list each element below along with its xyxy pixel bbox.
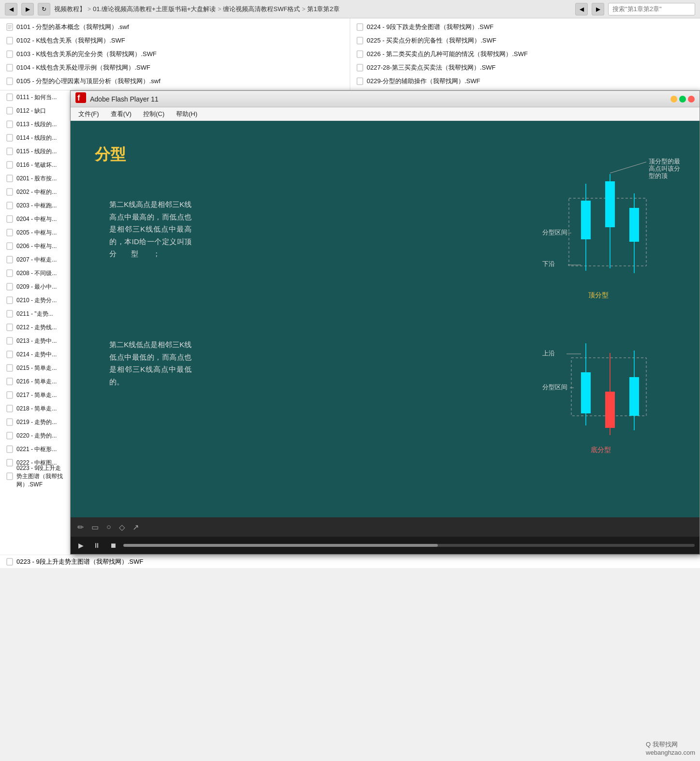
list-item[interactable]: 0221 - 中枢形...: [0, 442, 70, 456]
close-button[interactable]: [688, 96, 695, 102]
list-item[interactable]: 0217 - 简单走...: [0, 388, 70, 402]
list-item[interactable]: 0219 - 走势的...: [0, 415, 70, 429]
list-item[interactable]: 0220 - 走势的...: [0, 429, 70, 442]
svg-rect-9: [357, 37, 363, 44]
content-text-top: 第二K线高点是相邻三K线高点中最高的，而低点也是相邻三K线低点中最高的，本ID给…: [109, 198, 192, 260]
file-name: 0229-分型的辅助操作（我帮找网）.SWF: [367, 77, 480, 86]
svg-rect-40: [7, 459, 13, 466]
list-item[interactable]: 0207 - 中枢走...: [0, 253, 70, 266]
svg-rect-38: [7, 432, 13, 439]
svg-rect-23: [7, 229, 13, 236]
list-item[interactable]: 0103 - K线包含关系的完全分类（我帮找网）.SWF: [0, 47, 350, 61]
nav-next-button[interactable]: ▶: [592, 3, 604, 15]
menu-control[interactable]: 控制(C): [138, 108, 169, 120]
svg-rect-5: [7, 51, 13, 58]
svg-rect-13: [7, 94, 13, 101]
svg-rect-12: [357, 78, 363, 85]
search-input[interactable]: [608, 3, 695, 15]
list-item[interactable]: 0227-28-第三买卖点买卖法（我帮找网）.SWF: [350, 61, 700, 74]
list-item[interactable]: 0206 - 中枢与...: [0, 239, 70, 253]
svg-text:分型区间: 分型区间: [542, 229, 567, 236]
diamond-icon[interactable]: ◇: [117, 521, 127, 534]
file-name: 0103 - K线包含关系的完全分类（我帮找网）.SWF: [16, 50, 157, 59]
menu-view[interactable]: 查看(V): [106, 108, 136, 120]
list-item[interactable]: 0211 - "走势...: [0, 307, 70, 321]
menu-help[interactable]: 帮助(H): [171, 108, 202, 120]
list-item[interactable]: 0205 - 中枢与...: [0, 226, 70, 239]
candle-3: [629, 208, 639, 242]
file-name: 0224 - 9段下跌走势全图谱（我帮找网）.SWF: [367, 23, 493, 31]
svg-rect-36: [7, 405, 13, 412]
svg-rect-25: [7, 256, 13, 263]
file-name: 0225 - 买卖点分析的完备性（我帮找网）.SWF: [367, 36, 496, 45]
list-item[interactable]: 0202 - 中枢的...: [0, 185, 70, 199]
list-item[interactable]: 0101 - 分型的基本概念（我帮找网）.swf: [0, 20, 350, 34]
list-item[interactable]: 0208 - 不同级...: [0, 266, 70, 280]
list-item[interactable]: 0218 - 简单走...: [0, 402, 70, 415]
file-list-top: 0101 - 分型的基本概念（我帮找网）.swf 0102 - K线包含关系（我…: [0, 18, 700, 90]
svg-rect-14: [7, 107, 13, 114]
list-item[interactable]: 0226 - 第二类买卖点的几种可能的情况（我帮找网）.SWF: [350, 47, 700, 61]
list-item[interactable]: 0111 - 如何当...: [0, 90, 70, 104]
svg-text:f: f: [77, 94, 80, 102]
list-item[interactable]: 0216 - 简单走...: [0, 375, 70, 388]
list-item[interactable]: 0209 - 最小中...: [0, 280, 70, 293]
svg-rect-33: [7, 365, 13, 371]
nav-prev-button[interactable]: ◀: [575, 3, 588, 15]
list-item[interactable]: 0201 - 股市按...: [0, 172, 70, 185]
list-item[interactable]: 0214 - 走势中...: [0, 348, 70, 361]
svg-text:型的顶: 型的顶: [649, 172, 668, 179]
svg-text:顶分型: 顶分型: [588, 291, 609, 299]
svg-text:上沿: 上沿: [542, 350, 555, 357]
file-name: 0104 - K线包含关系处理示例（我帮找网）.SWF: [16, 63, 150, 72]
bottom-chart: 上沿 分型区间 底: [516, 329, 690, 474]
play-button[interactable]: ▶: [75, 540, 87, 551]
file-name: 0105 - 分型的心理因素与顶层分析（我帮找网）.swf: [16, 77, 161, 86]
list-item[interactable]: 0225 - 买卖点分析的完备性（我帮找网）.SWF: [350, 34, 700, 47]
list-item[interactable]: 0223 - 9段上升走势主图谱（我帮找网）.SWF: [0, 469, 70, 483]
flash-titlebar: f Adobe Flash Player 11: [71, 91, 700, 107]
svg-rect-62: [605, 392, 615, 428]
menu-file[interactable]: 文件(F): [74, 108, 104, 120]
svg-line-47: [610, 162, 646, 173]
list-item[interactable]: 0105 - 分型的心理因素与顶层分析（我帮找网）.swf: [0, 74, 350, 88]
file-column-right: 0224 - 9段下跌走势全图谱（我帮找网）.SWF 0225 - 买卖点分析的…: [350, 18, 700, 90]
list-item[interactable]: 0104 - K线包含关系处理示例（我帮找网）.SWF: [0, 61, 350, 74]
progress-bar[interactable]: [123, 544, 695, 547]
list-item[interactable]: 0229-分型的辅助操作（我帮找网）.SWF: [350, 74, 700, 88]
list-item[interactable]: 0102 - K线包含关系（我帮找网）.SWF: [0, 34, 350, 47]
oval-icon[interactable]: ○: [104, 521, 113, 533]
sep3: >: [302, 6, 305, 13]
list-item[interactable]: 0203 - 中枢跑...: [0, 199, 70, 212]
file-list-left: 0111 - 如何当... 0112 - 缺口 0113 - 线段的... 01…: [0, 90, 70, 555]
arrow-icon[interactable]: ↗: [131, 521, 141, 534]
svg-text:顶分型的最: 顶分型的最: [649, 158, 680, 165]
list-item[interactable]: 0224 - 9段下跌走势全图谱（我帮找网）.SWF: [350, 20, 700, 34]
stop-button[interactable]: ⏹: [107, 540, 119, 551]
list-item[interactable]: 0210 - 走势分...: [0, 293, 70, 307]
list-item[interactable]: 0114 - 线段的...: [0, 131, 70, 145]
pencil-icon[interactable]: ✏: [75, 521, 86, 534]
sep1: >: [88, 6, 91, 13]
list-item[interactable]: 0113 - 线段的...: [0, 117, 70, 131]
list-item[interactable]: 0212 - 走势线...: [0, 321, 70, 334]
maximize-button[interactable]: [679, 96, 686, 102]
list-item[interactable]: 0213 - 走势中...: [0, 334, 70, 348]
list-item[interactable]: 0115 - 线段的...: [0, 145, 70, 158]
minimize-button[interactable]: [670, 96, 677, 102]
candle-1: [581, 201, 591, 239]
svg-rect-41: [7, 473, 13, 480]
refresh-button[interactable]: ↻: [38, 3, 50, 15]
rect-icon[interactable]: ▭: [89, 521, 101, 534]
pause-button[interactable]: ⏸: [90, 540, 103, 551]
svg-rect-24: [7, 243, 13, 249]
list-item[interactable]: 0204 - 中枢与...: [0, 212, 70, 226]
list-item[interactable]: 0112 - 缺口: [0, 104, 70, 117]
list-item[interactable]: 0116 - 笔破坏...: [0, 158, 70, 172]
file-name: 0102 - K线包含关系（我帮找网）.SWF: [16, 36, 125, 45]
list-item[interactable]: 0215 - 简单走...: [0, 361, 70, 375]
forward-button[interactable]: ▶: [21, 3, 34, 15]
back-button[interactable]: ◀: [5, 3, 17, 15]
file-column-left: 0101 - 分型的基本概念（我帮找网）.swf 0102 - K线包含关系（我…: [0, 18, 350, 90]
last-file-item[interactable]: 0223 - 9段上升走势主图谱（我帮找网）.SWF: [0, 555, 700, 568]
